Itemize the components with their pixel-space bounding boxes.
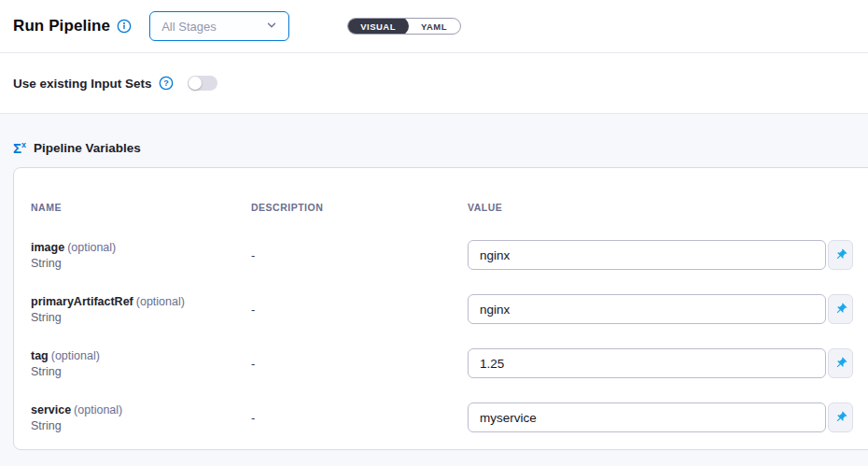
variable-value-input[interactable] bbox=[468, 348, 826, 378]
variable-name: primaryArtifactRef bbox=[31, 295, 133, 308]
table-row: service(optional) String - bbox=[31, 401, 868, 431]
variable-optional-tag: (optional) bbox=[136, 295, 185, 308]
variable-name: tag bbox=[31, 349, 49, 362]
input-sets-label: Use existing Input Sets bbox=[13, 77, 152, 91]
section-head: Σx Pipeline Variables bbox=[13, 140, 868, 156]
variable-name-cell: primaryArtifactRef(optional) String bbox=[31, 292, 251, 326]
pin-variable-button[interactable] bbox=[828, 240, 853, 270]
help-icon[interactable]: ? bbox=[159, 76, 174, 91]
info-icon[interactable] bbox=[117, 19, 132, 34]
pin-variable-button[interactable] bbox=[828, 348, 853, 378]
variable-type: String bbox=[31, 418, 251, 434]
variable-value-cell bbox=[468, 240, 868, 270]
pin-icon bbox=[832, 354, 850, 373]
variable-name: image bbox=[31, 241, 64, 254]
pin-icon bbox=[832, 246, 850, 264]
input-sets-toggle[interactable] bbox=[188, 76, 217, 91]
pin-variable-button[interactable] bbox=[828, 294, 853, 324]
table-row: image(optional) String - bbox=[31, 238, 868, 268]
table-row: primaryArtifactRef(optional) String - bbox=[31, 292, 868, 322]
variable-name-cell: image(optional) String bbox=[31, 238, 251, 272]
toggle-knob bbox=[189, 77, 202, 90]
variable-optional-tag: (optional) bbox=[74, 403, 122, 417]
variable-description: - bbox=[251, 411, 468, 425]
variable-description: - bbox=[251, 357, 468, 371]
variable-value-input[interactable] bbox=[468, 294, 826, 324]
stage-selector-value: All Stages bbox=[161, 20, 217, 34]
page-title: Run Pipeline bbox=[13, 17, 110, 35]
tab-yaml[interactable]: YAML bbox=[408, 18, 460, 35]
pipeline-variables-section: Σx Pipeline Variables NAME DESCRIPTION V… bbox=[0, 114, 868, 466]
pin-variable-button[interactable] bbox=[828, 402, 853, 432]
sigma-variables-icon: Σx bbox=[13, 141, 26, 155]
chevron-down-icon bbox=[266, 18, 277, 35]
col-header-name: NAME bbox=[31, 202, 251, 213]
run-pipeline-form: Run Pipeline All Stages VISUAL YAML Use … bbox=[0, 0, 868, 466]
stage-selector-dropdown[interactable]: All Stages bbox=[149, 11, 289, 41]
variables-card: NAME DESCRIPTION VALUE image(optional) S… bbox=[13, 167, 868, 450]
variable-value-input[interactable] bbox=[468, 240, 826, 270]
variable-value-cell bbox=[468, 402, 868, 432]
variable-name: service bbox=[31, 403, 71, 417]
variable-type: String bbox=[31, 310, 251, 326]
variable-name-cell: tag(optional) String bbox=[31, 346, 251, 380]
variable-type: String bbox=[31, 364, 251, 380]
header-bar: Run Pipeline All Stages VISUAL YAML bbox=[0, 0, 868, 53]
variables-table: NAME DESCRIPTION VALUE image(optional) S… bbox=[14, 168, 868, 449]
variable-value-cell bbox=[468, 348, 868, 378]
input-sets-row: Use existing Input Sets ? bbox=[0, 53, 868, 114]
pin-icon bbox=[832, 408, 850, 427]
visual-yaml-toggle: VISUAL YAML bbox=[347, 18, 461, 35]
col-header-value: VALUE bbox=[468, 202, 868, 213]
variable-name-cell: service(optional) String bbox=[31, 401, 251, 434]
variable-description: - bbox=[251, 303, 468, 317]
variable-description: - bbox=[251, 248, 468, 262]
svg-text:?: ? bbox=[163, 78, 169, 88]
table-body: image(optional) String - bbox=[31, 238, 868, 431]
tab-visual[interactable]: VISUAL bbox=[347, 18, 409, 35]
variable-value-cell bbox=[468, 294, 868, 324]
table-row: tag(optional) String - bbox=[31, 346, 868, 376]
section-title: Pipeline Variables bbox=[34, 141, 141, 155]
variable-optional-tag: (optional) bbox=[67, 241, 116, 254]
pin-icon bbox=[832, 300, 850, 318]
variable-value-input[interactable] bbox=[468, 402, 826, 432]
col-header-description: DESCRIPTION bbox=[251, 202, 468, 213]
table-header-row: NAME DESCRIPTION VALUE bbox=[31, 202, 868, 213]
variable-type: String bbox=[31, 256, 251, 272]
variable-optional-tag: (optional) bbox=[51, 349, 100, 362]
